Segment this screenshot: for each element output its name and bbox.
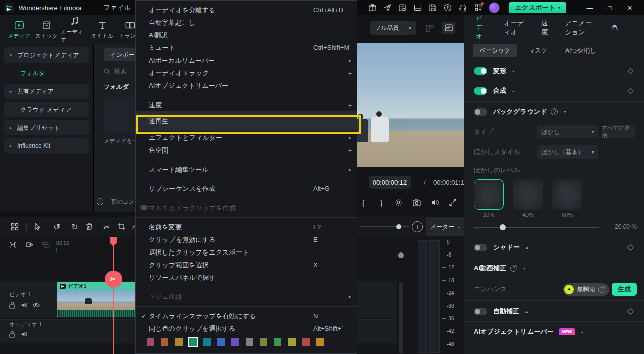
collapse-caret-icon[interactable]: ▴ [512, 69, 514, 73]
save-icon[interactable] [428, 3, 437, 12]
menu-item[interactable]: AIボーカルリムーバー▸ [136, 54, 357, 67]
menu-item[interactable]: 速度▸ [136, 98, 357, 111]
sidebar-item[interactable]: フォルダ [4, 66, 89, 81]
color-swatch[interactable] [175, 338, 183, 346]
menu-item[interactable]: 名前を変更F2 [136, 221, 357, 233]
mute-track-icon[interactable] [20, 330, 28, 338]
menu-item[interactable]: AI翻訳 [136, 29, 357, 41]
media-browser-icon[interactable] [9, 221, 20, 232]
expand-caret-icon[interactable]: ▾ [564, 110, 566, 114]
layout-grid-icon[interactable] [425, 24, 434, 33]
redo-icon[interactable]: ↻ [69, 221, 80, 232]
nav-tab-title[interactable]: タイトル [88, 15, 116, 44]
keyframe-diamond-icon[interactable] [627, 68, 634, 74]
menu-item[interactable]: AIオブジェクトリムーバー [136, 79, 357, 92]
timeline-vscroll-track[interactable] [399, 283, 403, 353]
undo-icon[interactable]: ↺ [51, 221, 63, 232]
scope-icon[interactable] [442, 22, 455, 34]
timeline-vscroll-knob[interactable] [398, 252, 404, 258]
delete-trash-icon[interactable] [84, 221, 95, 232]
generate-button[interactable]: 生成 [612, 283, 637, 296]
lock-icon[interactable] [8, 330, 16, 338]
mark-out-icon[interactable]: } [376, 197, 387, 208]
close-button[interactable]: ✕ [620, 0, 640, 15]
export-button[interactable]: エクスポート▾ [509, 2, 566, 13]
collapse-caret-icon[interactable]: ▴ [526, 245, 528, 250]
select-cursor-icon[interactable] [32, 221, 43, 232]
volume-icon[interactable] [429, 197, 440, 208]
menu-item[interactable]: スマート編集ツール▸ [136, 163, 357, 176]
transform-toggle[interactable] [474, 67, 487, 75]
current-timecode[interactable]: 00:00:00:12 [369, 176, 411, 189]
apps-icon[interactable] [474, 3, 483, 12]
menu-item[interactable]: 選択したクリップをエクスポート [136, 246, 357, 259]
send-icon[interactable] [383, 3, 392, 12]
maximize-button[interactable]: □ [600, 0, 620, 15]
sidebar-item[interactable]: ▸編集プリセット [4, 120, 89, 135]
bezier-tool-icon[interactable] [8, 240, 17, 249]
subtab-ai-matte[interactable]: AIつや消し [558, 44, 603, 57]
sidebar-item[interactable]: クラウド メディア [4, 102, 89, 117]
color-swatch[interactable] [217, 338, 225, 346]
crop-icon[interactable] [116, 221, 127, 232]
color-swatch[interactable] [316, 338, 324, 346]
menu-item[interactable]: ✓タイムラインスナップを有効にするN [136, 310, 357, 322]
nav-tab-media[interactable]: メディア [5, 15, 33, 44]
shadow-toggle[interactable] [474, 244, 487, 251]
headset-icon[interactable] [458, 3, 467, 12]
fullscreen-icon[interactable] [447, 197, 458, 208]
sidebar-item[interactable]: ▸Influence Kit [4, 138, 89, 154]
blur-slider[interactable] [474, 227, 599, 228]
color-swatch[interactable] [189, 338, 197, 346]
blur-preset-20[interactable]: 20% [474, 179, 504, 218]
zoom-in-icon[interactable]: + [412, 221, 423, 232]
link-clip-icon[interactable] [25, 240, 34, 249]
tasks-icon[interactable] [398, 3, 407, 12]
slider-knob[interactable] [500, 224, 506, 230]
menu-item[interactable]: サブシーケンスを作成Alt+G [136, 182, 357, 195]
gift-icon[interactable] [368, 3, 377, 12]
mute-track-icon[interactable] [20, 301, 28, 309]
split-scissors-icon[interactable]: ✂ [101, 221, 112, 232]
collapse-caret-icon[interactable]: ▴ [512, 89, 514, 93]
color-swatch[interactable] [147, 338, 154, 346]
apply-all-button[interactable]: すべてに適用 [602, 125, 635, 138]
menu-item[interactable]: クリップを無効にするE [136, 233, 357, 246]
layout-icon[interactable] [413, 3, 422, 12]
color-swatch[interactable] [302, 338, 310, 346]
composite-toggle[interactable] [474, 87, 487, 95]
color-swatch[interactable] [274, 338, 281, 346]
tab-color[interactable]: 色 [611, 23, 618, 32]
avatar[interactable] [489, 2, 500, 13]
help-icon[interactable]: ? [510, 265, 517, 272]
playhead-line[interactable] [113, 237, 114, 354]
lock-icon[interactable] [8, 301, 16, 309]
track-manage-icon[interactable] [41, 240, 50, 249]
expand-caret-icon[interactable]: ▾ [523, 266, 525, 271]
menu-item[interactable]: リソースパネルで探す [136, 271, 357, 284]
unlimited-pill[interactable]: ✦ 無制限 ? [563, 283, 609, 296]
collapse-caret-icon[interactable]: ▴ [581, 330, 583, 334]
subtab-mask[interactable]: マスク [521, 44, 554, 57]
keyframe-diamond-icon[interactable] [627, 88, 634, 94]
upload-icon[interactable] [443, 3, 452, 12]
nav-tab-stock[interactable]: ストック [33, 15, 61, 44]
menu-item[interactable]: 色空間▸ [136, 144, 357, 157]
menu-item[interactable]: オーディオトラック▸ [136, 67, 357, 79]
sidebar-item[interactable]: ▾プロジェクトメディア [4, 47, 89, 63]
tab-video[interactable]: ビデオ [476, 14, 489, 41]
auto-correct-toggle[interactable] [474, 308, 487, 315]
tab-speed[interactable]: 速度 [541, 19, 550, 37]
collapse-caret-icon[interactable]: ▴ [525, 309, 528, 314]
blur-preset-40[interactable]: 40% [513, 179, 543, 218]
menu-item[interactable]: クリップ範囲を選択X [136, 259, 357, 271]
playhead-scissors-icon[interactable]: ✂ [105, 271, 122, 288]
blur-preset-60[interactable]: 60% [552, 179, 582, 218]
snapshot-camera-icon[interactable] [411, 197, 422, 208]
menu-item[interactable]: 自動字幕起こし [136, 16, 357, 29]
color-swatch[interactable] [246, 338, 253, 346]
color-swatch[interactable] [260, 338, 267, 346]
menu-item[interactable]: オーディオを分離するCtrl+Alt+D [136, 4, 357, 16]
settings-gear-icon[interactable] [393, 197, 404, 208]
playhead-handle[interactable] [110, 237, 117, 246]
